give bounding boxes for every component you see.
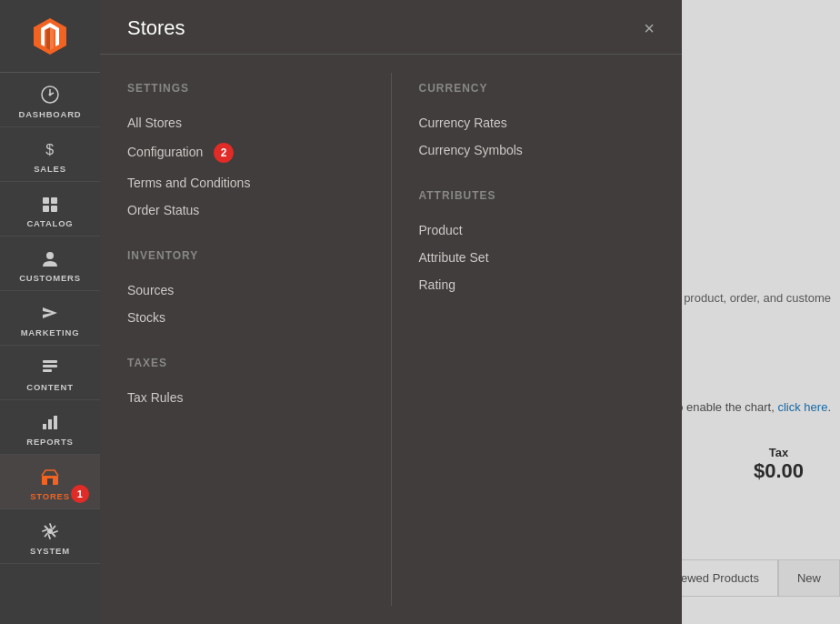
menu-item-configuration[interactable]: Configuration 2 (127, 136, 364, 169)
menu-item-stocks[interactable]: Stocks (127, 304, 364, 331)
sidebar-item-label-system: SYSTEM (30, 546, 70, 556)
customers-icon (36, 247, 64, 269)
sidebar-item-label-content: CONTENT (26, 382, 74, 392)
stores-icon (36, 466, 64, 488)
marketing-icon (36, 302, 64, 324)
menu-item-rating[interactable]: Rating (419, 271, 655, 298)
sidebar-item-label-dashboard: DASHBOARD (19, 109, 82, 119)
stores-badge: 1 (71, 485, 89, 503)
panel-body: Settings All Stores Configuration 2 Term… (100, 55, 682, 624)
panel-right-column: Currency Currency Rates Currency Symbols… (391, 73, 683, 606)
sales-icon: $ (36, 138, 64, 160)
taxes-section-title: Taxes (127, 357, 364, 369)
reports-icon (36, 411, 64, 433)
sidebar-item-catalog[interactable]: CATALOG (0, 182, 100, 237)
menu-item-tax-rules[interactable]: Tax Rules (127, 384, 364, 411)
sidebar-logo (0, 0, 100, 73)
sidebar-item-label-catalog: CATALOG (26, 218, 73, 228)
settings-section-title: Settings (127, 82, 364, 95)
inventory-section-title: Inventory (127, 249, 364, 262)
menu-item-order-status[interactable]: Order Status (127, 196, 364, 224)
sidebar-item-label-customers: CUSTOMERS (19, 273, 81, 283)
svg-rect-10 (51, 206, 57, 212)
system-icon (36, 520, 64, 542)
configuration-badge: 2 (214, 143, 234, 163)
sidebar-item-content[interactable]: CONTENT (0, 346, 100, 400)
sidebar-item-reports[interactable]: REPORTS (0, 400, 100, 455)
sidebar-item-dashboard[interactable]: DASHBOARD (0, 73, 100, 127)
sidebar-item-system[interactable]: SYSTEM (0, 509, 100, 564)
svg-rect-17 (48, 419, 52, 429)
close-button[interactable]: × (644, 19, 655, 37)
menu-item-currency-rates[interactable]: Currency Rates (419, 109, 655, 136)
panel-header: Stores × (100, 0, 682, 55)
sidebar-item-marketing[interactable]: MARKETING (0, 291, 100, 346)
svg-rect-7 (43, 197, 49, 204)
menu-item-product[interactable]: Product (419, 216, 655, 244)
panel-left-column: Settings All Stores Configuration 2 Term… (100, 73, 391, 606)
currency-section-title: Currency (419, 82, 655, 95)
sidebar-item-label-marketing: MARKETING (21, 327, 80, 337)
menu-item-all-stores[interactable]: All Stores (127, 109, 364, 136)
sidebar-item-label-sales: SALES (34, 164, 66, 174)
sidebar-item-label-reports: REPORTS (26, 437, 74, 447)
attributes-section-title: Attributes (419, 189, 655, 202)
panel-title: Stores (127, 16, 185, 40)
menu-item-attribute-set[interactable]: Attribute Set (419, 244, 655, 271)
magento-logo-icon (28, 15, 72, 58)
menu-item-currency-symbols[interactable]: Currency Symbols (419, 136, 655, 164)
svg-rect-14 (43, 365, 57, 367)
sidebar: DASHBOARD $ SALES CATALOG CUSTOME (0, 0, 100, 624)
svg-rect-13 (43, 360, 57, 363)
svg-point-11 (46, 252, 54, 259)
svg-point-5 (49, 94, 52, 96)
stores-panel: Stores × Settings All Stores Configurati… (100, 0, 682, 624)
svg-rect-16 (43, 424, 46, 429)
svg-rect-18 (54, 416, 57, 429)
menu-item-sources[interactable]: Sources (127, 277, 364, 304)
sidebar-item-sales[interactable]: $ SALES (0, 127, 100, 182)
main-area: ur dynamic product, order, and custome b… (100, 0, 840, 624)
svg-rect-15 (43, 369, 52, 372)
svg-marker-12 (43, 307, 57, 318)
content-icon (36, 357, 64, 378)
menu-item-terms[interactable]: Terms and Conditions (127, 169, 364, 196)
svg-text:$: $ (45, 142, 54, 157)
menu-item-configuration-label: Configuration (127, 145, 203, 159)
sidebar-item-label-stores: STORES (30, 491, 70, 501)
svg-rect-9 (43, 206, 49, 212)
catalog-icon (36, 193, 64, 215)
sidebar-item-customers[interactable]: CUSTOMERS (0, 237, 100, 291)
dashboard-icon (36, 84, 64, 106)
sidebar-item-stores[interactable]: STORES 1 (0, 455, 100, 509)
svg-rect-20 (47, 478, 53, 485)
svg-rect-8 (51, 197, 57, 204)
